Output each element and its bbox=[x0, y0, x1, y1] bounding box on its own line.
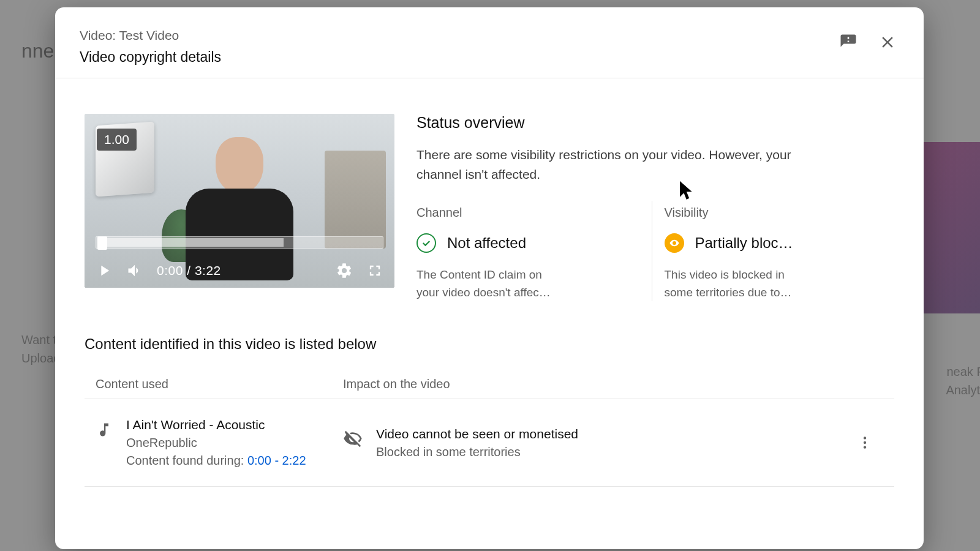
visibility-status-card: Visibility Partially block… This video i… bbox=[652, 201, 900, 301]
bg-text: Want t bbox=[21, 333, 56, 347]
visibility-status-value: Partially block… bbox=[695, 234, 799, 252]
content-heading: Content identified in this video is list… bbox=[85, 335, 894, 353]
close-icon bbox=[878, 33, 897, 51]
channel-status-value: Not affected bbox=[447, 234, 526, 252]
music-note-icon bbox=[96, 421, 113, 438]
col-content-used: Content used bbox=[96, 377, 343, 391]
content-table-header: Content used Impact on the video bbox=[85, 370, 894, 399]
track-found-range: Content found during: 0:00 - 2:22 bbox=[126, 454, 306, 468]
content-identified-section: Content identified in this video is list… bbox=[55, 301, 924, 487]
visibility-status-label: Visibility bbox=[665, 206, 888, 220]
play-icon bbox=[96, 262, 113, 279]
settings-button[interactable] bbox=[336, 262, 353, 279]
more-vert-icon bbox=[857, 435, 873, 451]
copyright-details-modal: Video: Test Video Video copyright detail… bbox=[55, 7, 924, 549]
status-description: There are some visibility restrictions o… bbox=[417, 145, 833, 184]
svg-point-1 bbox=[864, 441, 866, 444]
fullscreen-button[interactable] bbox=[366, 262, 383, 279]
visibility-warning-icon bbox=[665, 233, 684, 253]
video-label: Video: Test Video bbox=[80, 28, 221, 43]
gear-icon bbox=[336, 262, 353, 279]
bg-text: Upload bbox=[21, 351, 60, 365]
player-controls: 0:00 / 3:22 bbox=[96, 262, 383, 279]
video-player[interactable]: 1.00 0:00 / 3:22 bbox=[85, 114, 394, 288]
check-circle-icon bbox=[417, 233, 436, 253]
playback-speed-badge: 1.00 bbox=[97, 129, 137, 151]
visibility-off-icon bbox=[343, 429, 363, 449]
status-heading: Status overview bbox=[417, 114, 899, 132]
bg-text: neak Peek bbox=[946, 365, 980, 379]
progress-buffer bbox=[97, 238, 284, 247]
close-button[interactable] bbox=[876, 31, 899, 54]
content-row: I Ain't Worried - Acoustic OneRepublic C… bbox=[85, 399, 894, 487]
volume-button[interactable] bbox=[126, 262, 143, 279]
volume-icon bbox=[126, 262, 143, 279]
play-button[interactable] bbox=[96, 262, 113, 279]
track-title: I Ain't Worried - Acoustic bbox=[126, 418, 306, 432]
progress-handle[interactable] bbox=[97, 236, 107, 250]
timestamp-link[interactable]: 0:00 - 2:22 bbox=[247, 454, 306, 467]
modal-title: Video copyright details bbox=[80, 49, 221, 66]
svg-point-2 bbox=[864, 446, 866, 448]
status-overview: Status overview There are some visibilit… bbox=[417, 114, 899, 301]
channel-status-card: Channel Not affected The Content ID clai… bbox=[417, 201, 652, 301]
svg-point-0 bbox=[864, 437, 866, 439]
time-display: 0:00 / 3:22 bbox=[157, 263, 221, 278]
fullscreen-icon bbox=[366, 262, 383, 279]
channel-status-sub: The Content ID claim on your video doesn… bbox=[417, 266, 551, 301]
track-artist: OneRepublic bbox=[126, 436, 306, 450]
feedback-icon bbox=[839, 33, 858, 51]
visibility-status-sub: This video is blocked in some territorie… bbox=[665, 266, 799, 301]
impact-title: Video cannot be seen or monetised bbox=[376, 427, 578, 441]
feedback-button[interactable] bbox=[837, 31, 860, 54]
bg-text: Analytics c bbox=[946, 383, 980, 397]
col-impact: Impact on the video bbox=[343, 377, 846, 391]
progress-bar[interactable] bbox=[96, 236, 383, 249]
modal-header: Video: Test Video Video copyright detail… bbox=[55, 7, 924, 78]
impact-sub: Blocked in some territories bbox=[376, 445, 578, 459]
channel-status-label: Channel bbox=[417, 206, 639, 220]
row-actions-button[interactable] bbox=[846, 435, 883, 451]
